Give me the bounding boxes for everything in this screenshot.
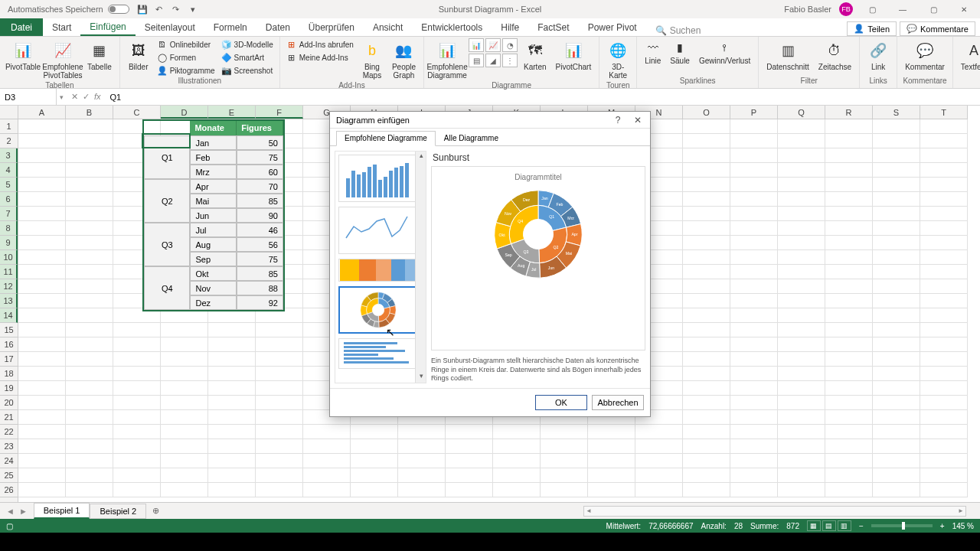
column-chart-icon[interactable]: 📊	[469, 38, 484, 52]
timeline-button[interactable]: ⏱Zeitachse	[815, 38, 854, 73]
col-header-S[interactable]: S	[873, 106, 920, 119]
col-header-R[interactable]: R	[825, 106, 873, 119]
thumb-scrollbar[interactable]: ▴ ▾	[415, 152, 426, 383]
sparkline-column-button[interactable]: ▮Säule	[667, 38, 693, 67]
search-label[interactable]: Suchen	[670, 25, 701, 36]
row-header-22[interactable]: 22	[0, 425, 18, 439]
sheet-tab-1[interactable]: Beispiel 1	[34, 503, 90, 519]
row-header-2[interactable]: 2	[0, 134, 18, 148]
row-header-7[interactable]: 7	[0, 207, 18, 221]
select-all-corner[interactable]	[0, 106, 18, 119]
row-header-16[interactable]: 16	[0, 337, 18, 352]
pivotchart-button[interactable]: 📊PivotChart	[553, 38, 595, 73]
add-sheet-icon[interactable]: ⊕	[146, 506, 165, 516]
name-box[interactable]	[0, 89, 57, 105]
row-header-21[interactable]: 21	[0, 410, 18, 425]
thumb-clustered-column[interactable]	[338, 155, 418, 202]
table-button[interactable]: ▦Tabelle	[84, 38, 115, 73]
thumb-line[interactable]	[338, 207, 418, 254]
col-header-C[interactable]: C	[113, 106, 161, 119]
page-layout-view-icon[interactable]: ▤	[822, 520, 836, 531]
normal-view-icon[interactable]: ▦	[807, 520, 821, 531]
recommended-charts-button[interactable]: 📊Empfohlene Diagramme	[429, 38, 466, 81]
col-header-O[interactable]: O	[683, 106, 730, 119]
slicer-button[interactable]: ▥Datenschnitt	[763, 38, 812, 73]
fx-icon[interactable]: fx	[94, 92, 101, 102]
undo-icon[interactable]: ↶	[154, 4, 165, 15]
save-icon[interactable]: 💾	[137, 4, 148, 15]
thumb-sunburst[interactable]	[338, 286, 418, 334]
ok-button[interactable]: OK	[535, 395, 587, 410]
chart-preview[interactable]: Diagrammtitel Q1JanFebMrzQ2AprMaiJunQ3Ju…	[431, 166, 645, 350]
name-box-input[interactable]	[5, 93, 51, 102]
col-header-E[interactable]: E	[208, 106, 256, 119]
file-tab[interactable]: Datei	[0, 18, 43, 36]
my-addins-button[interactable]: ⊞Meine Add-Ins	[285, 51, 355, 64]
row-header-3[interactable]: 3	[0, 148, 18, 163]
screenshot-button[interactable]: 📷Screenshot	[220, 64, 275, 77]
tab-all-charts[interactable]: Alle Diagramme	[436, 131, 507, 145]
line-chart-icon[interactable]: 📈	[485, 38, 501, 52]
area-chart-icon[interactable]: ◢	[485, 54, 501, 67]
3dmodels-button[interactable]: 🧊3D-Modelle	[220, 38, 275, 51]
maximize-icon[interactable]: ▢	[922, 2, 945, 16]
chart-type-grid[interactable]: 📊 📈 ◔ ▤ ◢ ⋮	[469, 38, 518, 67]
row-header-19[interactable]: 19	[0, 381, 18, 396]
share-button[interactable]: 👤Teilen	[847, 21, 897, 36]
tab-formeln[interactable]: Formeln	[204, 18, 256, 36]
redo-icon[interactable]: ↷	[171, 4, 181, 15]
row-header-17[interactable]: 17	[0, 352, 18, 367]
sheet-next-icon[interactable]: ►	[19, 507, 28, 516]
row-header-23[interactable]: 23	[0, 439, 18, 454]
formula-input[interactable]	[110, 93, 975, 102]
tab-ueberpruefen[interactable]: Überprüfen	[299, 18, 364, 36]
tab-recommended-charts[interactable]: Empfohlene Diagramme	[336, 131, 436, 146]
row-header-12[interactable]: 12	[0, 279, 18, 294]
thumb-treemap[interactable]	[338, 259, 418, 282]
col-header-A[interactable]: A	[18, 106, 66, 119]
link-button[interactable]: 🔗Link	[864, 38, 892, 73]
zoom-slider[interactable]	[871, 524, 933, 527]
pivottable-button[interactable]: 📊PivotTable	[5, 38, 41, 73]
row-header-13[interactable]: 13	[0, 294, 18, 308]
row-header-20[interactable]: 20	[0, 396, 18, 410]
tab-einfuegen[interactable]: Einfügen	[80, 18, 135, 36]
record-macro-icon[interactable]: ▢	[6, 522, 13, 530]
row-header-14[interactable]: 14	[0, 308, 18, 323]
tab-start[interactable]: Start	[43, 18, 80, 36]
page-break-view-icon[interactable]: ▥	[838, 520, 851, 531]
col-header-B[interactable]: B	[66, 106, 113, 119]
tab-factset[interactable]: FactSet	[528, 18, 578, 36]
people-graph-button[interactable]: 👥People Graph	[389, 38, 419, 81]
row-header-5[interactable]: 5	[0, 178, 18, 192]
sheet-tab-2[interactable]: Beispiel 2	[90, 504, 146, 519]
row-header-24[interactable]: 24	[0, 454, 18, 468]
row-header-1[interactable]: 1	[0, 119, 18, 134]
dialog-help-icon[interactable]: ?	[612, 115, 624, 126]
row-header-18[interactable]: 18	[0, 367, 18, 381]
row-header-11[interactable]: 11	[0, 265, 18, 279]
pie-chart-icon[interactable]: ◔	[502, 38, 518, 52]
row-header-26[interactable]: 26	[0, 483, 18, 497]
sparkline-winloss-button[interactable]: ⫯Gewinn/Verlust	[696, 38, 753, 67]
comment-button[interactable]: 💬Kommentar	[902, 38, 948, 73]
col-header-F[interactable]: F	[256, 106, 303, 119]
sparkline-line-button[interactable]: 〰Linie	[642, 38, 664, 67]
recommended-pivot-button[interactable]: 📈Empfohlene PivotTables	[44, 38, 81, 81]
autosave-toggle[interactable]	[108, 5, 129, 14]
search-icon[interactable]: 🔍	[655, 25, 667, 36]
col-header-P[interactable]: P	[730, 106, 778, 119]
qat-customize-icon[interactable]: ▾	[188, 4, 198, 15]
zoom-level[interactable]: 145 %	[952, 522, 974, 530]
get-addins-button[interactable]: ⊞Add-Ins abrufen	[285, 38, 355, 51]
col-header-Q[interactable]: Q	[778, 106, 825, 119]
zoom-in-icon[interactable]: +	[940, 522, 945, 530]
avatar[interactable]: FB	[839, 2, 853, 16]
enter-formula-icon[interactable]: ✓	[83, 92, 90, 102]
shapes-button[interactable]: ◯Formen	[155, 51, 217, 64]
sheet-prev-icon[interactable]: ◄	[6, 507, 15, 516]
comments-button[interactable]: 💬Kommentare	[900, 21, 975, 36]
bar-chart-icon[interactable]: ▤	[469, 54, 484, 67]
minimize-icon[interactable]: —	[891, 2, 914, 16]
col-header-T[interactable]: T	[920, 106, 968, 119]
